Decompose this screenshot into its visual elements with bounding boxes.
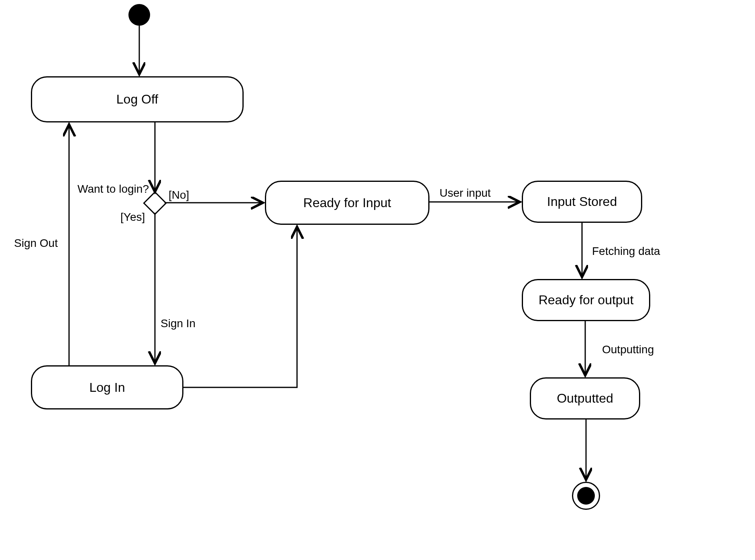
state-log-in-label: Log In <box>90 380 125 395</box>
state-ready-for-input: Ready for Input <box>265 181 429 225</box>
final-state-node <box>572 482 600 510</box>
transition-sign-in-label: Sign In <box>161 317 195 330</box>
state-outputted-label: Outputted <box>557 391 613 406</box>
state-log-in: Log In <box>31 365 183 409</box>
decision-no-label: [No] <box>169 189 189 202</box>
state-log-off: Log Off <box>31 76 244 122</box>
state-ready-for-output-label: Ready for output <box>539 293 634 307</box>
state-input-stored: Input Stored <box>522 181 642 223</box>
initial-state-node <box>128 4 150 26</box>
state-input-stored-label: Input Stored <box>547 194 617 209</box>
decision-yes-label: [Yes] <box>120 211 145 224</box>
state-ready-for-input-label: Ready for Input <box>303 195 391 210</box>
decision-question-label: Want to login? <box>77 183 149 195</box>
transition-outputting-label: Outputting <box>602 343 654 356</box>
state-log-off-label: Log Off <box>116 92 158 107</box>
transition-user-input-label: User input <box>440 187 491 200</box>
transition-sign-out-label: Sign Out <box>14 237 58 250</box>
state-ready-for-output: Ready for output <box>522 279 650 321</box>
state-outputted: Outputted <box>530 377 640 419</box>
transition-fetching-data-label: Fetching data <box>592 245 660 258</box>
